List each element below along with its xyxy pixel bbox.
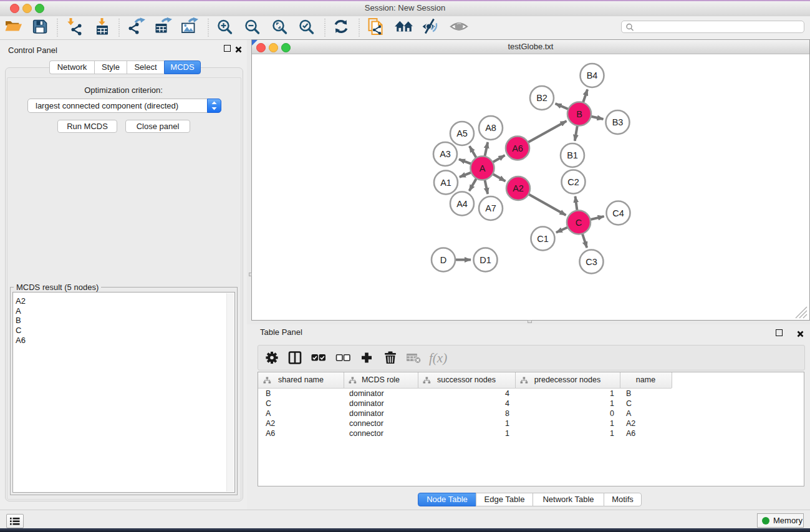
svg-text:B2: B2 (536, 93, 547, 103)
svg-text:A2: A2 (513, 183, 524, 193)
svg-text:D1: D1 (480, 255, 491, 265)
svg-text:C4: C4 (612, 208, 624, 218)
svg-text:C3: C3 (586, 257, 597, 267)
svg-text:A3: A3 (440, 149, 451, 159)
svg-text:A5: A5 (456, 128, 468, 138)
svg-text:B3: B3 (612, 117, 624, 127)
svg-text:C: C (576, 218, 582, 228)
svg-text:A4: A4 (456, 199, 468, 209)
svg-text:A8: A8 (485, 123, 496, 133)
svg-text:C1: C1 (537, 234, 549, 244)
svg-text:A: A (480, 163, 486, 173)
svg-text:A1: A1 (440, 178, 451, 188)
svg-text:B: B (576, 109, 582, 119)
svg-text:C2: C2 (567, 177, 579, 187)
svg-text:f(x): f(x) (429, 351, 447, 365)
svg-text:D: D (440, 255, 446, 265)
svg-text:A7: A7 (485, 203, 496, 213)
svg-text:B1: B1 (567, 150, 578, 160)
svg-text:B4: B4 (587, 70, 598, 80)
svg-text:A6: A6 (512, 143, 523, 153)
